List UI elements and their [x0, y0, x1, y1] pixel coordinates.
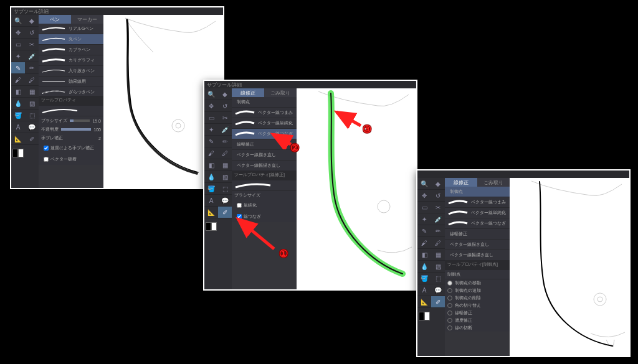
- tool-select-icon[interactable]: ▭: [11, 39, 25, 50]
- tool-blend-icon[interactable]: 💧: [11, 98, 25, 110]
- tool-select-icon[interactable]: ▭: [417, 202, 431, 213]
- prop-brush-size[interactable]: ブラシサイズ 15.0: [39, 116, 103, 125]
- tool-fill-icon[interactable]: 🪣: [417, 273, 431, 284]
- tool-sub-icon[interactable]: ↺: [431, 190, 445, 202]
- brush-effect[interactable]: 効果線用: [39, 77, 103, 87]
- tool-sub-icon[interactable]: 💬: [431, 284, 445, 296]
- tool-blend-icon[interactable]: 💧: [417, 261, 431, 273]
- tool-zoom-icon[interactable]: 🔍: [11, 15, 25, 27]
- tool-sub-icon[interactable]: ▦: [25, 86, 39, 98]
- tool-sub-icon[interactable]: ✐: [25, 133, 39, 145]
- tool-eraser-icon[interactable]: ◧: [11, 86, 25, 98]
- tool-sub-icon[interactable]: 💉: [218, 124, 232, 136]
- tool-correct-icon[interactable]: ✐: [218, 207, 232, 218]
- sub-pinch[interactable]: ベクター線つまみ: [445, 197, 510, 208]
- tool-sub-icon[interactable]: ⬚: [218, 183, 232, 195]
- tool-sub-icon[interactable]: ▦: [431, 249, 445, 261]
- tool-ruler-icon[interactable]: 📐: [204, 207, 218, 218]
- tool-text-icon[interactable]: A: [204, 195, 218, 207]
- canvas[interactable]: [510, 178, 629, 356]
- sub-width-redraw[interactable]: ベクター線幅描き直し: [445, 250, 510, 261]
- tool-sub-icon[interactable]: ⬚: [431, 273, 445, 284]
- tool-move-icon[interactable]: ✥: [417, 190, 431, 202]
- radio-cut[interactable]: 線の切断: [445, 324, 510, 332]
- tool-sub-icon[interactable]: 🖊: [431, 237, 445, 249]
- brush-tapered[interactable]: 入り抜きペン: [39, 66, 103, 77]
- tool-sub-icon[interactable]: 🖊: [25, 74, 39, 86]
- tool-text-icon[interactable]: A: [11, 121, 25, 133]
- tool-sub-icon[interactable]: ⬚: [25, 110, 39, 121]
- sub-simplify[interactable]: ベクター線単純化: [445, 208, 510, 218]
- tool-brush-icon[interactable]: 🖌: [204, 147, 218, 159]
- prop-opacity[interactable]: 不透明度 100: [39, 125, 103, 134]
- tool-sub-icon[interactable]: ◆: [431, 178, 445, 190]
- color-swatches[interactable]: [417, 310, 431, 322]
- prop-simplify[interactable]: 単純化: [232, 200, 297, 211]
- tool-sub-icon[interactable]: 🖊: [218, 147, 232, 159]
- tab-pen[interactable]: ペン: [39, 15, 71, 24]
- tab-cleanup[interactable]: ごみ取り: [477, 178, 510, 187]
- tool-move-icon[interactable]: ✥: [11, 27, 25, 39]
- tool-text-icon[interactable]: A: [417, 284, 431, 296]
- tool-zoom-icon[interactable]: 🔍: [417, 178, 431, 190]
- tool-sub-icon[interactable]: ▦: [218, 159, 232, 171]
- tool-sub-icon[interactable]: ↺: [25, 27, 39, 39]
- sub-connect[interactable]: ベクター線つなぎ: [445, 218, 510, 229]
- tool-correct-icon[interactable]: ✐: [431, 296, 445, 308]
- tool-sub-icon[interactable]: 💬: [218, 195, 232, 207]
- tool-sub-icon[interactable]: ↺: [218, 100, 232, 112]
- tool-sub-icon[interactable]: ✏: [431, 225, 445, 237]
- tab-cleanup[interactable]: ごみ取り: [264, 88, 297, 97]
- tool-sub-icon[interactable]: ✂: [25, 39, 39, 50]
- tab-marker[interactable]: マーカー: [71, 15, 103, 24]
- tool-brush-icon[interactable]: 🖌: [11, 74, 25, 86]
- brush-kabura[interactable]: カブラペン: [39, 45, 103, 55]
- radio-density[interactable]: 濃度修正: [445, 317, 510, 324]
- tool-wand-icon[interactable]: ✦: [417, 213, 431, 225]
- tool-ruler-icon[interactable]: 📐: [11, 133, 25, 145]
- tool-eraser-icon[interactable]: ◧: [204, 159, 218, 171]
- tool-sub-icon[interactable]: ✂: [431, 202, 445, 213]
- prop-stabilization[interactable]: 速度による手ブレ補正: [39, 142, 103, 154]
- prop-brush-size[interactable]: ブラシサイズ: [232, 191, 297, 200]
- tool-sub-icon[interactable]: ◆: [25, 15, 39, 27]
- brush-real-g[interactable]: リアルGペン: [39, 24, 103, 34]
- sub-control-point[interactable]: 制御点: [445, 187, 510, 197]
- prop-antialias[interactable]: 手ブレ補正 2: [39, 134, 103, 142]
- radio-delete[interactable]: 制御点の削除: [445, 294, 510, 302]
- radio-move[interactable]: 制御点の移動: [445, 279, 510, 287]
- brush-maru[interactable]: 丸ペン: [39, 34, 103, 45]
- brush-calligraphy[interactable]: カリグラフィ: [39, 55, 103, 66]
- tool-pen-icon[interactable]: ✎: [417, 225, 431, 237]
- tool-select-icon[interactable]: ▭: [204, 112, 218, 124]
- tool-sub-icon[interactable]: ▨: [25, 98, 39, 110]
- tool-sub-icon[interactable]: ▨: [218, 171, 232, 183]
- tool-sub-icon[interactable]: ◆: [218, 88, 232, 100]
- tool-sub-icon[interactable]: 💬: [25, 121, 39, 133]
- tool-sub-icon[interactable]: ✏: [218, 136, 232, 147]
- sub-redraw[interactable]: ベクター線描き直し: [445, 240, 510, 250]
- tool-pen-icon[interactable]: ✎: [204, 136, 218, 147]
- radio-add[interactable]: 制御点の追加: [445, 287, 510, 294]
- tool-sub-icon[interactable]: 💉: [25, 50, 39, 62]
- tool-pen-icon[interactable]: ✎: [11, 62, 25, 74]
- tool-wand-icon[interactable]: ✦: [11, 50, 25, 62]
- sub-simplify[interactable]: ベクター線単純化: [232, 118, 297, 129]
- tool-sub-icon[interactable]: 💉: [431, 213, 445, 225]
- tool-fill-icon[interactable]: 🪣: [11, 110, 25, 121]
- tab-correct[interactable]: 線修正: [445, 178, 477, 187]
- tool-eraser-icon[interactable]: ◧: [417, 249, 431, 261]
- tool-brush-icon[interactable]: 🖌: [417, 237, 431, 249]
- tool-sub-icon[interactable]: ✏: [25, 62, 39, 74]
- tab-correct[interactable]: 線修正: [232, 88, 264, 97]
- tool-zoom-icon[interactable]: 🔍: [204, 88, 218, 100]
- tool-fill-icon[interactable]: 🪣: [204, 183, 218, 195]
- radio-corner[interactable]: 角の切り替え: [445, 302, 510, 309]
- tool-wand-icon[interactable]: ✦: [204, 124, 218, 136]
- sub-pinch[interactable]: ベクター線つまみ: [232, 108, 297, 118]
- sub-width-redraw[interactable]: ベクター線幅描き直し: [232, 161, 297, 171]
- prop-vector-snap[interactable]: ベクター吸着: [39, 154, 103, 165]
- tool-blend-icon[interactable]: 💧: [204, 171, 218, 183]
- tool-move-icon[interactable]: ✥: [204, 100, 218, 112]
- radio-width[interactable]: 線幅修正: [445, 309, 510, 317]
